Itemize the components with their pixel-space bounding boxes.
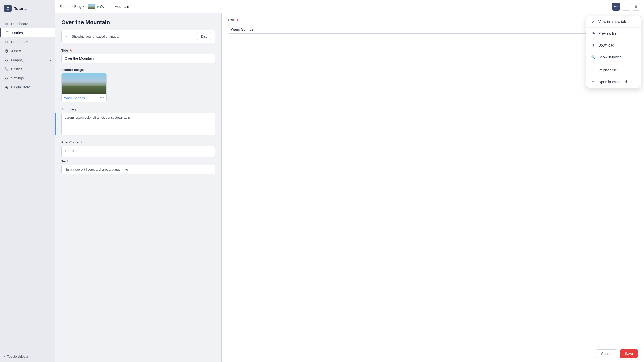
- dashboard-icon: ⊞: [4, 22, 9, 26]
- content-area: Over the Mountain ✏ Showing your unsaved…: [55, 13, 644, 362]
- settings-icon: ⚙: [4, 76, 9, 80]
- entry-panel: Over the Mountain ✏ Showing your unsaved…: [55, 13, 221, 362]
- replace-icon: ↕: [591, 68, 595, 72]
- summary-field[interactable]: Lorem ipsum dolor sit amet, consectetur …: [61, 113, 215, 135]
- eye-icon: 👁: [591, 31, 595, 36]
- image-menu-button[interactable]: •••: [100, 96, 104, 100]
- landscape-image: [62, 73, 106, 94]
- sidebar-item-settings[interactable]: ⚙ Settings: [0, 74, 55, 83]
- sidebar-item-utilities[interactable]: 🔧 Utilities: [0, 65, 55, 74]
- edit-icon: ✏: [66, 34, 69, 39]
- sidebar-item-dashboard[interactable]: ⊞ Dashboard: [0, 19, 55, 28]
- graphql-icon: ⚙: [4, 58, 9, 62]
- title-field-section: Title ★: [61, 49, 215, 63]
- summary-section: Summary Lorem ipsum dolor sit amet, cons…: [61, 107, 215, 135]
- sidebar: C Tutorial ⊞ Dashboard ☰ Entries ⊟ Categ…: [0, 0, 55, 362]
- asset-panel-content: [222, 39, 644, 345]
- sidebar-item-assets[interactable]: 🖼 Assets: [0, 47, 55, 56]
- asset-panel: Title ★ Cancel Save: [221, 13, 644, 362]
- external-link-button[interactable]: ↗: [622, 3, 630, 11]
- asset-panel-footer: Cancel Save: [222, 345, 644, 362]
- app-title: Tutorial: [14, 6, 28, 11]
- topbar-actions: ••• ↗ ⊟: [612, 3, 640, 11]
- sidebar-item-categories[interactable]: ⊟ Categories: [0, 37, 55, 47]
- summary-wrapper: Lorem ipsum dolor sit amet, consectetur …: [61, 113, 215, 135]
- cancel-button[interactable]: Cancel: [596, 349, 617, 358]
- breadcrumb-sep-2: ›: [86, 5, 87, 8]
- assets-icon: 🖼: [4, 49, 9, 53]
- feature-image-name-row: Warm Springs •••: [62, 94, 106, 102]
- menu-divider: [586, 64, 641, 64]
- title-input[interactable]: [61, 54, 215, 63]
- categories-icon: ⊟: [4, 40, 9, 44]
- menu-item-preview-file[interactable]: 👁 Preview file: [586, 28, 641, 39]
- image-name[interactable]: Warm Springs: [64, 96, 85, 100]
- sidebar-item-plugin-store[interactable]: 🔌 Plugin Store: [0, 83, 55, 92]
- menu-item-open-image-editor[interactable]: ✏ Open in Image Editor: [586, 76, 641, 88]
- sidebar-header: C Tutorial: [0, 0, 55, 17]
- summary-text: Lorem ipsum dolor sit amet, consectetur …: [65, 116, 130, 119]
- menu-item-view-new-tab[interactable]: ↗ View in a new tab: [586, 16, 641, 28]
- text-block-header: T Text: [65, 149, 212, 153]
- entry-heading: Over the Mountain: [61, 19, 215, 26]
- main-area: Entries › Blog ▾ › Over the Mountain •••…: [55, 0, 644, 362]
- unsaved-banner: ✏ Showing your unsaved changes. Disc: [61, 30, 215, 43]
- sidebar-nav: ⊞ Dashboard ☰ Entries ⊟ Categories 🖼 Ass…: [0, 17, 55, 351]
- status-dot: [97, 6, 99, 8]
- title-field-label: Title ★: [61, 49, 215, 52]
- chevron-down-icon: ▾: [83, 5, 84, 8]
- external-link-icon: ↗: [591, 19, 595, 24]
- folder-icon: 🔍: [591, 55, 595, 59]
- feature-image-box: Warm Springs •••: [61, 73, 107, 102]
- entries-icon: ☰: [5, 31, 9, 35]
- sidebar-item-entries[interactable]: ☰ Entries: [0, 28, 55, 37]
- post-content-section: Post Content T Text Text Nulla vitae eli…: [61, 140, 215, 174]
- feature-image-label: Feature Image: [61, 68, 215, 72]
- asset-title-label: Title ★: [228, 18, 239, 22]
- breadcrumb-page-title: Over the Mountain: [100, 5, 129, 9]
- menu-item-show-in-folder[interactable]: 🔍 Show in folder: [586, 51, 641, 63]
- unsaved-text: Showing your unsaved changes.: [72, 35, 195, 38]
- chevron-down-icon: ▾: [50, 59, 51, 62]
- download-icon: ⬇: [591, 43, 595, 48]
- breadcrumb-blog[interactable]: Blog ▾: [74, 5, 84, 9]
- edit-pen-icon: ✏: [591, 80, 595, 84]
- asset-required-star: ★: [236, 18, 239, 22]
- text-icon: T: [65, 149, 67, 153]
- breadcrumb-sep-1: ›: [72, 5, 73, 8]
- menu-item-replace-file[interactable]: ↕ Replace file: [586, 64, 641, 76]
- left-accent-bar: [55, 113, 56, 135]
- breadcrumb-entries[interactable]: Entries: [59, 5, 70, 9]
- feature-image-section: Feature Image Warm Springs •••: [61, 68, 215, 102]
- text-sub-label: Text: [61, 159, 215, 163]
- breadcrumb-current: Over the Mountain: [88, 4, 129, 9]
- required-indicator: ★: [69, 49, 72, 52]
- save-button[interactable]: Save: [620, 349, 638, 358]
- plugin-store-icon: 🔌: [4, 85, 9, 89]
- utilities-icon: 🔧: [4, 67, 9, 71]
- text-content-block[interactable]: Nulla vitae elit libero, a pharetra augu…: [61, 165, 215, 174]
- text-block: T Text: [61, 146, 215, 157]
- discard-button[interactable]: Disc: [197, 33, 211, 40]
- more-options-button[interactable]: •••: [612, 3, 620, 11]
- sidebar-item-graphql[interactable]: ⚙ GraphQL ▾: [0, 56, 55, 65]
- context-menu: ↗ View in a new tab 👁 Preview file ⬇ Dow…: [586, 16, 641, 88]
- entry-thumbnail: [88, 4, 95, 9]
- app-logo: C: [4, 5, 12, 12]
- topbar: Entries › Blog ▾ › Over the Mountain •••…: [55, 0, 644, 13]
- asset-panel-header: Title ★: [222, 13, 644, 39]
- asset-title-input[interactable]: [228, 25, 638, 34]
- menu-item-download[interactable]: ⬇ Download: [586, 39, 641, 51]
- toggle-sidebar-button[interactable]: ‹ Toggle sidebar: [0, 351, 55, 362]
- summary-label: Summary: [61, 107, 215, 111]
- feature-image-thumbnail: [62, 73, 106, 94]
- breadcrumb: Entries › Blog ▾ › Over the Mountain: [59, 4, 610, 9]
- chevron-left-icon: ‹: [4, 355, 5, 358]
- post-content-label: Post Content: [61, 140, 215, 144]
- panel-toggle-button[interactable]: ⊟: [632, 3, 640, 11]
- text-content: Nulla vitae elit libero, a pharetra augu…: [65, 168, 128, 171]
- asset-title-row: Title ★: [228, 18, 638, 22]
